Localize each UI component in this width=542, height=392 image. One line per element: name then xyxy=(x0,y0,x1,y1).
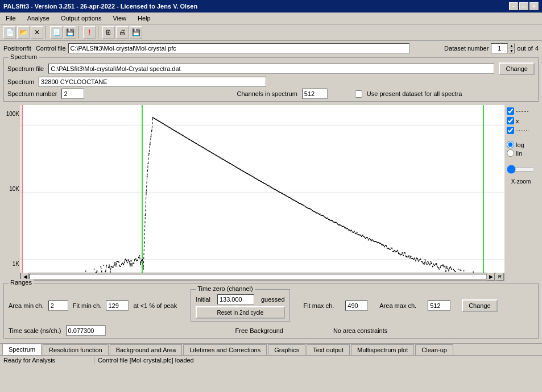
fit-min-label: Fit min ch. xyxy=(73,302,102,309)
close-button[interactable]: ✕ xyxy=(529,2,539,10)
tab-graphics[interactable]: Graphics xyxy=(268,344,305,355)
open-button[interactable]: 📂 xyxy=(17,26,30,39)
initial-label: Initial xyxy=(196,296,210,303)
spectrum-label: Spectrum xyxy=(7,78,34,85)
spectrum-number-input[interactable] xyxy=(61,89,84,99)
use-present-checkbox[interactable] xyxy=(355,90,362,98)
ranges-right: Fit max ch. Area max ch. Change xyxy=(304,299,498,312)
print-button[interactable]: 🖨 xyxy=(116,26,129,39)
menu-view[interactable]: View xyxy=(109,14,130,23)
run-button[interactable]: ! xyxy=(83,26,96,39)
timezero-title: Time zero (channel) xyxy=(196,285,254,292)
dataset-right: Dataset number ▲ ▼ out of 4 xyxy=(444,43,539,53)
initial-input[interactable] xyxy=(217,294,254,305)
toolbar: 📄 📂 ✕ 📃 💾 ! 🗎 🖨 💾 xyxy=(0,24,542,41)
legend-line-3 xyxy=(516,128,528,134)
time-scale-input[interactable] xyxy=(66,326,106,336)
ranges-row2: Time scale (ns/ch.) Free Background No a… xyxy=(9,326,533,336)
spectrum-number-row: Spectrum number Channels in spectrum Use… xyxy=(7,89,535,99)
save2-button[interactable]: 💾 xyxy=(130,26,142,39)
out-of-label: out of xyxy=(517,45,533,52)
menu-output-options[interactable]: Output options xyxy=(57,14,105,23)
area-max-label: Area max ch. xyxy=(379,302,416,309)
status-bar: Ready for Analysis Control file [Mol-cry… xyxy=(0,355,542,365)
toolbar-sep2 xyxy=(78,26,81,39)
xzoom-slider[interactable] xyxy=(507,165,535,174)
spectrum-group-title: Spectrum xyxy=(9,53,39,60)
dataset-number-spinbox[interactable]: ▲ ▼ xyxy=(491,43,515,53)
fit-max-label: Fit max ch. xyxy=(304,302,334,309)
tab-background-area[interactable]: Background and Area xyxy=(110,344,183,355)
close-doc-button[interactable]: ✕ xyxy=(31,26,43,39)
menu-file[interactable]: File xyxy=(2,14,19,23)
radio-lin: lin xyxy=(507,149,524,157)
fit-min-input[interactable] xyxy=(106,301,129,311)
minimize-button[interactable]: – xyxy=(509,2,518,10)
legend-item-1 xyxy=(507,107,528,115)
main-area: Positronfit Control file Dataset number … xyxy=(0,41,542,342)
spectrum-change-button[interactable]: Change xyxy=(499,62,535,75)
legend-label-x: x xyxy=(516,118,519,124)
toolbar-sep3 xyxy=(98,26,100,39)
new-button[interactable]: 📄 xyxy=(3,26,16,39)
area-min-label: Area min ch. xyxy=(9,302,44,309)
toolbar-sep1 xyxy=(45,26,48,39)
ranges-title: Ranges xyxy=(9,279,34,286)
xzoom-area: X-zoom xyxy=(507,165,535,185)
legend-cb-3[interactable] xyxy=(507,127,514,134)
spectrum-number-label: Spectrum number xyxy=(7,90,57,97)
legend-cb-2[interactable] xyxy=(507,117,514,124)
use-present-label: Use present dataset for all spectra xyxy=(367,90,462,97)
timezero-box: Time zero (channel) Initial guessed Rese… xyxy=(191,289,289,322)
export-button[interactable]: 🗎 xyxy=(102,26,115,39)
tab-spectrum[interactable]: Spectrum xyxy=(2,344,42,355)
channels-input[interactable] xyxy=(302,89,328,99)
lin-label: lin xyxy=(516,150,522,157)
spectrum-section: Spectrum Spectrum file Change Spectrum S… xyxy=(3,57,539,102)
spectrum-file-label: Spectrum file xyxy=(7,65,44,72)
area-max-input[interactable] xyxy=(428,301,450,311)
save-button[interactable]: 💾 xyxy=(64,26,76,39)
tabs-bar: Spectrum Resolution function Background … xyxy=(0,343,542,355)
radio-log-input[interactable] xyxy=(507,141,514,148)
maximize-button[interactable]: □ xyxy=(519,2,528,10)
tab-lifetimes-corrections[interactable]: Lifetimes and Corrections xyxy=(183,344,267,355)
at-pct-label: at <1 % of peak xyxy=(133,302,177,309)
menu-analyse[interactable]: Analyse xyxy=(24,14,53,23)
status-right: Control file [Mol-crystal.pfc] loaded xyxy=(94,357,194,364)
save-open-button[interactable]: 📃 xyxy=(50,26,63,39)
legend-cb-1[interactable] xyxy=(507,107,514,115)
control-file-input[interactable] xyxy=(68,43,409,53)
tab-resolution-function[interactable]: Resolution function xyxy=(43,344,109,355)
dataset-number-input[interactable] xyxy=(491,43,508,53)
no-area-label: No area constraints xyxy=(333,327,387,334)
scroll-track[interactable] xyxy=(29,274,487,280)
y-label-100k: 100K xyxy=(5,111,19,117)
free-bg-label: Free Background xyxy=(235,327,283,334)
spectrum-name-input[interactable] xyxy=(39,77,266,87)
spin-down[interactable]: ▼ xyxy=(508,48,515,53)
menu-help[interactable]: Help xyxy=(134,14,154,23)
channels-label: Channels in spectrum xyxy=(237,90,297,97)
reset-2nd-cycle-button[interactable]: Reset in 2nd cycle xyxy=(196,306,284,319)
area-min-input[interactable] xyxy=(48,301,68,311)
fit-max-input[interactable] xyxy=(345,301,368,311)
y-label-1k: 1K xyxy=(5,261,19,267)
spin-up[interactable]: ▲ xyxy=(508,43,515,48)
spectrum-file-input[interactable] xyxy=(48,64,494,74)
tab-text-output[interactable]: Text output xyxy=(307,344,350,355)
radio-log: log xyxy=(507,141,524,148)
tab-multispectrum-plot[interactable]: Multispectrum plot xyxy=(351,344,414,355)
scroll-right-button[interactable]: ▶ xyxy=(487,273,495,281)
title-bar: PALSfit3 - Version 3.251 - 26-apr-2022 -… xyxy=(0,0,542,12)
chart-legend: x log lin X-zoom xyxy=(504,105,539,281)
ranges-change-button[interactable]: Change xyxy=(462,299,498,312)
status-left: Ready for Analysis xyxy=(3,357,94,364)
legend-item-2: x xyxy=(507,117,519,124)
chart-scrollbar[interactable]: ◀ ▶ R xyxy=(20,273,504,281)
y-axis-labels: 100K 10K 1K xyxy=(3,105,20,273)
scroll-r-extra[interactable]: R xyxy=(496,273,504,281)
chart-area: 100K 10K 1K ◀ ▶ R x xyxy=(3,105,539,281)
tab-cleanup[interactable]: Clean-up xyxy=(415,344,453,355)
radio-lin-input[interactable] xyxy=(507,149,514,157)
